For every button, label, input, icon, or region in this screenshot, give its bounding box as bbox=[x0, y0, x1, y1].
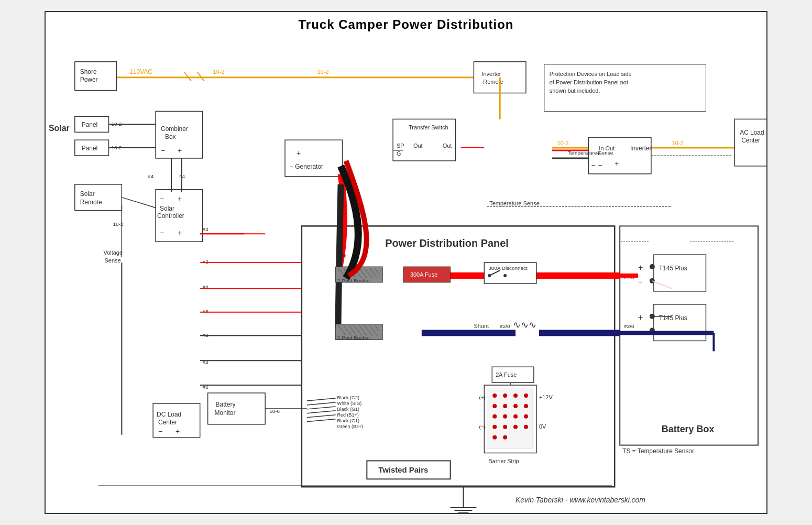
svg-text:Black (G2): Black (G2) bbox=[337, 395, 359, 400]
svg-text:Red (B1+): Red (B1+) bbox=[337, 412, 359, 418]
svg-text:Green (B2+): Green (B2+) bbox=[337, 424, 364, 429]
svg-text:∿∿∿: ∿∿∿ bbox=[513, 320, 536, 330]
svg-point-188 bbox=[503, 414, 507, 419]
svg-text:0V: 0V bbox=[539, 423, 546, 430]
svg-text:Twisted Pairs: Twisted Pairs bbox=[378, 465, 428, 474]
svg-text:Kevin Taberski - www.kevintabe: Kevin Taberski - www.kevintaberski.com bbox=[515, 496, 645, 504]
svg-text:#4: #4 bbox=[203, 226, 209, 232]
svg-text:10-2: 10-2 bbox=[213, 69, 225, 75]
svg-text:−: − bbox=[638, 278, 642, 286]
svg-text:2A Fuse: 2A Fuse bbox=[496, 371, 517, 378]
svg-text:Panel: Panel bbox=[82, 145, 98, 152]
svg-text:G: G bbox=[397, 150, 401, 157]
svg-rect-178 bbox=[487, 389, 533, 449]
svg-text:10-2: 10-2 bbox=[672, 140, 684, 146]
svg-text:−: − bbox=[160, 228, 164, 237]
svg-text:Inverter: Inverter bbox=[481, 71, 501, 77]
svg-text:Solar: Solar bbox=[80, 190, 95, 198]
svg-text:Shore: Shore bbox=[80, 68, 97, 75]
page-title: Truck Camper Power Distribution bbox=[46, 12, 766, 32]
svg-point-195 bbox=[492, 435, 497, 440]
svg-text:Black (G1): Black (G1) bbox=[337, 407, 359, 412]
wiring-diagram: 110VAC 10-2 10-2 10-2 10-2 Shore Power S… bbox=[46, 38, 766, 513]
svg-point-192 bbox=[503, 425, 507, 429]
svg-text:+: + bbox=[615, 159, 619, 168]
svg-text:10-2: 10-2 bbox=[557, 140, 569, 146]
svg-text:300A Fuse: 300A Fuse bbox=[410, 271, 437, 278]
svg-text:SP: SP bbox=[397, 143, 404, 149]
svg-text:#2/0: #2/0 bbox=[500, 323, 510, 329]
svg-text:#2: #2 bbox=[203, 259, 209, 265]
svg-point-186 bbox=[524, 404, 528, 408]
svg-text:−: − bbox=[598, 161, 602, 169]
svg-text:Out: Out bbox=[413, 143, 423, 149]
svg-text:+: + bbox=[297, 149, 301, 157]
svg-text:T145 Plus: T145 Plus bbox=[659, 265, 687, 272]
svg-point-184 bbox=[503, 404, 507, 408]
svg-text:Power Distribution Panel: Power Distribution Panel bbox=[385, 237, 509, 249]
svg-point-179 bbox=[492, 393, 497, 398]
svg-point-134 bbox=[503, 274, 507, 277]
svg-text:−  Generator: − Generator bbox=[290, 163, 323, 170]
svg-text:Controller: Controller bbox=[157, 212, 184, 220]
svg-text:Inverter: Inverter bbox=[630, 145, 651, 152]
svg-text:Monitor: Monitor bbox=[215, 409, 236, 417]
svg-text:Protection Devices on Load sid: Protection Devices on Load side bbox=[550, 71, 632, 77]
svg-point-108 bbox=[650, 264, 655, 269]
svg-text:Power: Power bbox=[80, 76, 98, 83]
svg-text:Battery Box: Battery Box bbox=[662, 424, 715, 434]
svg-text:+: + bbox=[638, 313, 643, 322]
svg-text:300A Disconnect: 300A Disconnect bbox=[488, 265, 528, 271]
svg-text:+: + bbox=[175, 427, 180, 435]
svg-text:2-Post Busbar: 2-Post Busbar bbox=[337, 278, 371, 283]
svg-point-191 bbox=[492, 425, 497, 429]
svg-text:+: + bbox=[178, 146, 182, 155]
svg-text:Transfer Switch: Transfer Switch bbox=[409, 124, 448, 130]
svg-text:Center: Center bbox=[158, 419, 177, 426]
svg-text:shown but included.: shown but included. bbox=[550, 88, 600, 94]
svg-point-133 bbox=[488, 274, 491, 277]
svg-rect-72 bbox=[285, 140, 343, 177]
svg-text:Box: Box bbox=[165, 133, 176, 140]
svg-text:Barrier Strip: Barrier Strip bbox=[488, 458, 519, 464]
svg-text:2-Post Busbar: 2-Post Busbar bbox=[337, 335, 371, 341]
svg-text:Voltage: Voltage bbox=[104, 249, 123, 256]
svg-text:#6: #6 bbox=[203, 309, 209, 314]
svg-text:#4: #4 bbox=[148, 173, 154, 179]
svg-text:−: − bbox=[716, 341, 719, 347]
svg-text:TS = Temperature Sensor: TS = Temperature Sensor bbox=[622, 447, 694, 455]
svg-text:−: − bbox=[591, 161, 595, 169]
svg-text:110VAC: 110VAC bbox=[129, 68, 152, 75]
svg-text:−: − bbox=[160, 194, 164, 203]
svg-text:Remote: Remote bbox=[80, 199, 102, 206]
svg-point-190 bbox=[524, 414, 528, 419]
svg-point-187 bbox=[492, 414, 497, 419]
svg-text:Sense: Sense bbox=[105, 257, 121, 264]
svg-text:Combiner: Combiner bbox=[161, 125, 188, 133]
svg-text:−: − bbox=[161, 146, 165, 155]
svg-text:+: + bbox=[178, 194, 182, 203]
svg-point-185 bbox=[513, 404, 518, 408]
svg-text:+12V: +12V bbox=[539, 394, 553, 400]
svg-text:of Power Distribution Panel no: of Power Distribution Panel not bbox=[550, 79, 628, 85]
svg-point-182 bbox=[524, 393, 528, 398]
svg-text:Shunt: Shunt bbox=[474, 323, 489, 329]
svg-point-196 bbox=[503, 435, 507, 440]
svg-text:Temperature Sense: Temperature Sense bbox=[489, 200, 539, 206]
svg-text:Battery: Battery bbox=[216, 401, 236, 408]
svg-point-183 bbox=[492, 404, 497, 408]
svg-text:10-2: 10-2 bbox=[317, 69, 329, 75]
svg-point-189 bbox=[513, 414, 518, 419]
svg-text:+: + bbox=[178, 228, 182, 237]
svg-text:+: + bbox=[596, 149, 600, 157]
svg-text:Solar: Solar bbox=[160, 205, 174, 212]
svg-text:(+): (+) bbox=[479, 395, 485, 400]
svg-text:Solar: Solar bbox=[49, 124, 70, 133]
svg-rect-110 bbox=[654, 304, 706, 341]
diagram-area: 110VAC 10-2 10-2 10-2 10-2 Shore Power S… bbox=[46, 38, 766, 513]
svg-text:(−): (−) bbox=[479, 424, 485, 430]
svg-text:+: + bbox=[638, 263, 643, 272]
svg-point-193 bbox=[513, 425, 518, 429]
svg-text:T145 Plus: T145 Plus bbox=[659, 314, 687, 322]
svg-text:Panel: Panel bbox=[82, 121, 98, 128]
